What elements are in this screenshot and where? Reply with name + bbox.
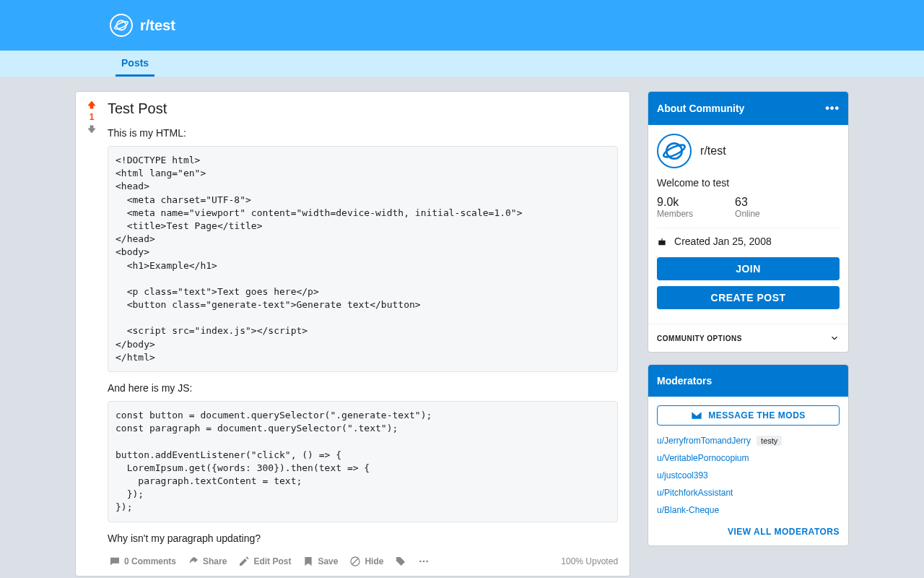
members-count: 9.0k [657, 196, 693, 209]
svg-point-1 [114, 20, 128, 30]
message-mods-label: MESSAGE THE MODS [708, 410, 806, 420]
members-label: Members [657, 209, 693, 219]
about-widget: About Community ••• r/test Welcome to te… [648, 91, 849, 353]
sidebar-community-name[interactable]: r/test [700, 144, 726, 158]
cake-icon [657, 236, 667, 246]
save-label: Save [318, 556, 338, 566]
tabs-bar: Posts [0, 51, 924, 77]
moderator-row: u/JerryfromTomandJerry testy [657, 436, 840, 446]
sidebar-community-icon[interactable] [657, 134, 692, 168]
banner: r/test [0, 0, 924, 51]
code-block-html: <!DOCTYPE html> <html lang="en"> <head> … [108, 146, 618, 372]
moderator-row: u/Blank-Cheque [657, 505, 840, 515]
tab-posts[interactable]: Posts [116, 51, 154, 77]
about-header: About Community ••• [648, 92, 848, 125]
comment-icon [109, 556, 121, 567]
svg-line-3 [352, 558, 358, 564]
post-title: Test Post [108, 100, 618, 117]
planet-icon [663, 139, 686, 163]
code-block-js: const button = document.querySelector(".… [108, 401, 618, 522]
envelope-icon [691, 411, 702, 420]
tag-button[interactable] [393, 553, 408, 570]
message-mods-button[interactable]: MESSAGE THE MODS [657, 405, 840, 426]
create-post-button[interactable]: CREATE POST [657, 286, 840, 309]
community-options-label: COMMUNITY OPTIONS [657, 335, 742, 342]
moderator-link[interactable]: u/justcool393 [657, 470, 708, 480]
hide-icon [349, 556, 361, 567]
bookmark-icon [302, 556, 314, 567]
moderator-row: u/VeritablePornocopium [657, 453, 840, 463]
moderator-row: u/justcool393 [657, 470, 840, 480]
about-title: About Community [657, 103, 744, 114]
post-text-mid: And here is my JS: [108, 382, 618, 394]
vote-column: 1 [76, 92, 108, 576]
planet-icon [114, 18, 128, 33]
community-description: Welcome to test [657, 177, 840, 189]
share-icon [188, 556, 199, 567]
upvoted-label: 100% Upvoted [561, 556, 618, 566]
save-button[interactable]: Save [301, 553, 339, 570]
view-all-moderators[interactable]: VIEW ALL MODERATORS [657, 527, 840, 537]
post-score: 1 [90, 112, 95, 122]
svg-point-5 [423, 560, 425, 562]
share-label: Share [203, 556, 227, 566]
post-actions: 0 Comments Share Edit Post Save [108, 553, 618, 570]
join-button[interactable]: JOIN [657, 257, 840, 280]
community-title[interactable]: r/test [140, 17, 175, 34]
edit-button[interactable]: Edit Post [237, 553, 292, 570]
upvote-icon[interactable] [84, 99, 99, 111]
moderator-list: u/JerryfromTomandJerry testy u/Veritable… [657, 436, 840, 515]
moderator-link[interactable]: u/PitchforkAssistant [657, 488, 733, 498]
svg-point-4 [419, 560, 422, 562]
hide-button[interactable]: Hide [348, 553, 385, 570]
chevron-down-icon [829, 333, 840, 343]
created-row: Created Jan 25, 2008 [657, 236, 840, 247]
comments-label: 0 Comments [124, 556, 176, 566]
downvote-icon[interactable] [84, 124, 99, 135]
edit-label: Edit Post [253, 556, 291, 566]
online-count: 63 [735, 196, 760, 209]
hide-label: Hide [365, 556, 383, 566]
post-text-intro: This is my HTML: [108, 127, 618, 139]
moderator-link[interactable]: u/VeritablePornocopium [657, 453, 749, 463]
online-label: Online [735, 209, 760, 219]
moderators-header: Moderators [648, 365, 848, 397]
about-more-icon[interactable]: ••• [825, 102, 840, 115]
dots-icon [418, 556, 430, 567]
more-button[interactable] [417, 553, 431, 570]
svg-point-6 [427, 560, 429, 562]
community-options[interactable]: COMMUNITY OPTIONS [648, 324, 848, 352]
created-text: Created Jan 25, 2008 [674, 236, 772, 247]
community-icon[interactable] [110, 14, 133, 37]
post-text-outro: Why isn't my paragraph updating? [108, 532, 618, 544]
moderator-tag: testy [757, 436, 782, 446]
pencil-icon [238, 556, 250, 567]
tag-icon [395, 556, 406, 567]
svg-point-8 [663, 142, 686, 159]
moderator-row: u/PitchforkAssistant [657, 488, 840, 498]
comments-button[interactable]: 0 Comments [108, 553, 178, 570]
moderator-link[interactable]: u/Blank-Cheque [657, 505, 719, 515]
share-button[interactable]: Share [186, 553, 228, 570]
moderators-title: Moderators [657, 375, 712, 387]
post-card: 1 Test Post This is my HTML: <!DOCTYPE h… [75, 91, 630, 577]
moderator-link[interactable]: u/JerryfromTomandJerry [657, 436, 751, 446]
moderators-widget: Moderators MESSAGE THE MODS u/JerryfromT… [648, 364, 849, 546]
